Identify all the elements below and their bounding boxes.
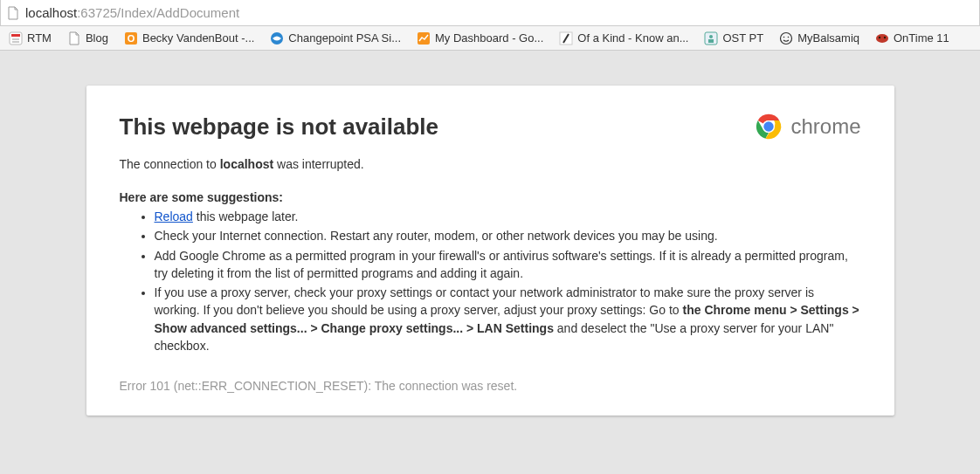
- reload-link[interactable]: Reload: [155, 210, 193, 223]
- bookmark-ostpt[interactable]: OST PT: [700, 30, 767, 47]
- svg-point-14: [783, 36, 785, 38]
- chrome-icon: [754, 112, 783, 141]
- bookmark-changepoint[interactable]: Changepoint PSA Si...: [266, 30, 404, 47]
- blue-globe-icon: [270, 31, 284, 45]
- page-icon: [67, 31, 81, 45]
- svg-point-17: [879, 36, 880, 38]
- svg-point-13: [781, 32, 792, 44]
- bookmark-label: OnTime 11: [894, 31, 949, 45]
- orange-o-icon: O: [124, 31, 138, 45]
- bookmark-balsamiq[interactable]: MyBalsamiq: [776, 30, 863, 47]
- suggestions-header: Here are some suggestions:: [120, 190, 861, 204]
- bookmark-label: RTM: [27, 31, 52, 45]
- smile-icon: [779, 31, 793, 45]
- bookmark-ofakind[interactable]: Of a Kind - Know an...: [556, 30, 692, 47]
- bookmark-rtm[interactable]: RTM: [5, 30, 55, 47]
- svg-rect-12: [708, 39, 714, 43]
- rtm-icon: [9, 31, 23, 45]
- url-path: :63725/Index/AddDocument: [77, 5, 239, 20]
- bookmark-blog[interactable]: Blog: [64, 30, 112, 47]
- suggestions-list: Reload this webpage later. Check your In…: [120, 208, 861, 354]
- slash-icon: [559, 31, 573, 45]
- bookmark-label: Becky VandenBout -...: [142, 31, 254, 45]
- list-item: Check your Internet connection. Restart …: [155, 227, 861, 244]
- card-header: This webpage is not available chrome: [120, 112, 861, 141]
- list-item: Reload this webpage later.: [155, 208, 861, 225]
- bookmarks-bar: RTM Blog O Becky VandenBout -... Changep…: [0, 26, 980, 51]
- chrome-label: chrome: [790, 114, 860, 139]
- page-icon: [6, 6, 20, 20]
- list-item: Add Google Chrome as a permitted program…: [155, 247, 861, 283]
- svg-text:O: O: [128, 33, 135, 44]
- bookmark-label: My Dashboard - Go...: [435, 31, 543, 45]
- address-bar[interactable]: localhost:63725/Index/AddDocument: [0, 0, 980, 26]
- chrome-brand: chrome: [754, 112, 860, 141]
- svg-point-16: [876, 34, 888, 43]
- bookmark-becky[interactable]: O Becky VandenBout -...: [121, 30, 258, 47]
- svg-point-15: [788, 36, 790, 38]
- error-code: Error 101 (net::ERR_CONNECTION_RESET): T…: [120, 379, 861, 393]
- content-area: This webpage is not available chrome The…: [0, 51, 980, 416]
- bookmark-ontime[interactable]: OnTime 11: [872, 30, 953, 47]
- bookmark-dashboard[interactable]: My Dashboard - Go...: [413, 30, 547, 47]
- host-name: localhost: [220, 157, 273, 171]
- svg-rect-1: [11, 34, 20, 37]
- ontime-icon: [875, 31, 889, 45]
- bookmark-label: Blog: [86, 31, 108, 45]
- bookmark-label: OST PT: [722, 31, 763, 45]
- bookmark-label: Changepoint PSA Si...: [288, 31, 401, 45]
- bookmark-label: MyBalsamiq: [797, 31, 859, 45]
- error-title: This webpage is not available: [120, 113, 439, 141]
- url-text: localhost:63725/Index/AddDocument: [25, 5, 239, 20]
- bookmark-label: Of a Kind - Know an...: [577, 31, 688, 45]
- svg-point-11: [709, 35, 713, 38]
- svg-point-18: [884, 36, 886, 38]
- list-item: If you use a proxy server, check your pr…: [155, 284, 861, 354]
- url-host: localhost: [25, 5, 77, 20]
- svg-point-21: [764, 121, 774, 131]
- error-card: This webpage is not available chrome The…: [86, 86, 894, 416]
- ost-icon: [704, 31, 718, 45]
- connection-message: The connection to localhost was interrup…: [120, 157, 861, 171]
- analytics-icon: [417, 31, 431, 45]
